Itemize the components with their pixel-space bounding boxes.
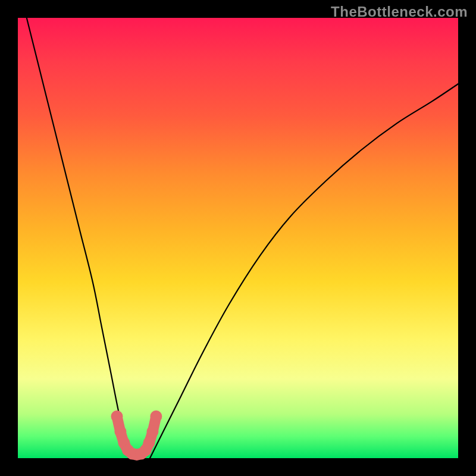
plot-background: [18, 18, 458, 458]
chart-frame: TheBottleneck.com: [0, 0, 476, 476]
watermark-text: TheBottleneck.com: [331, 4, 468, 20]
